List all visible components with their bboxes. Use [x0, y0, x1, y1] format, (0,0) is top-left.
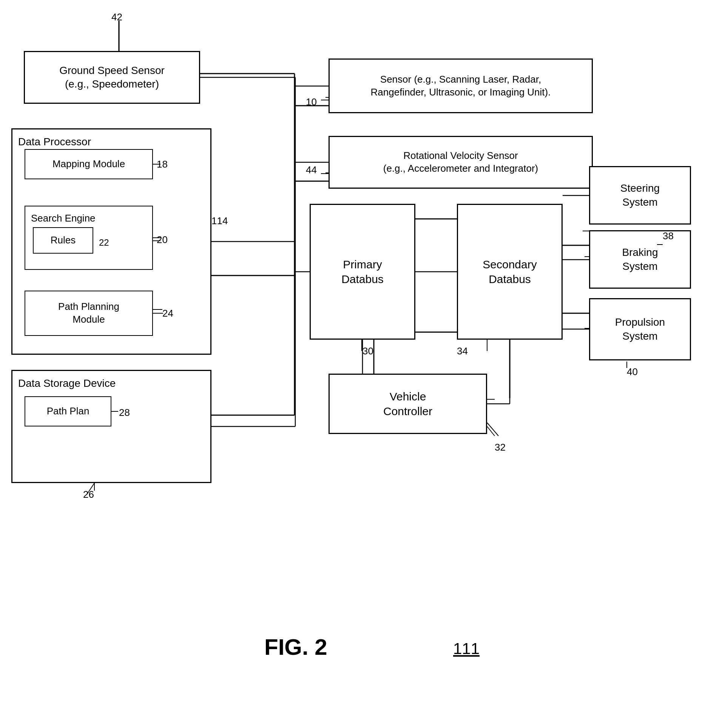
diagram: Ground Speed Sensor(e.g., Speedometer) 4…: [0, 0, 708, 728]
vehicle-controller-label: VehicleController: [383, 389, 432, 419]
fig-number: 111: [453, 640, 480, 658]
search-engine-label: Search Engine: [31, 212, 96, 225]
propulsion-system-box: PropulsionSystem: [589, 298, 691, 360]
sensor-label: Sensor (e.g., Scanning Laser, Radar,Rang…: [371, 73, 551, 99]
primary-databus-box: PrimaryDatabus: [310, 204, 415, 340]
ref-30: 30: [362, 345, 373, 357]
primary-databus-label: PrimaryDatabus: [341, 257, 384, 286]
ref-18: 18: [157, 159, 168, 170]
ref-34: 34: [457, 345, 468, 357]
data-storage-device-box: Data Storage Device: [11, 370, 211, 483]
rules-label: Rules: [51, 234, 76, 247]
secondary-databus-box: SecondaryDatabus: [457, 204, 563, 340]
mapping-module-box: Mapping Module: [25, 149, 153, 179]
ref-40: 40: [627, 366, 638, 378]
search-engine-box: Search Engine Rules 22: [25, 206, 153, 270]
path-planning-module-label: Path PlanningModule: [58, 300, 119, 326]
ref-22: 22: [99, 237, 109, 248]
path-plan-box: Path Plan: [25, 396, 111, 426]
propulsion-system-label: PropulsionSystem: [615, 316, 665, 343]
ref-42: 42: [111, 11, 122, 23]
vehicle-controller-box: VehicleController: [329, 374, 487, 434]
ref-114: 114: [211, 215, 228, 227]
svg-line-45: [487, 423, 498, 436]
path-planning-module-box: Path PlanningModule: [25, 291, 153, 336]
rotational-velocity-sensor-label: Rotational Velocity Sensor(e.g., Acceler…: [383, 149, 538, 175]
mapping-module-label: Mapping Module: [52, 158, 125, 171]
sensor-box: Sensor (e.g., Scanning Laser, Radar,Rang…: [329, 58, 593, 113]
ref-38: 38: [663, 230, 674, 242]
ref-10: 10: [306, 96, 317, 108]
ref-32: 32: [495, 442, 506, 453]
ref26-line: [0, 0, 38, 38]
ref-20: 20: [157, 234, 168, 246]
path-plan-label: Path Plan: [47, 405, 89, 418]
ground-speed-sensor-box: Ground Speed Sensor(e.g., Speedometer): [24, 51, 200, 104]
data-processor-label: Data Processor: [18, 135, 91, 149]
steering-system-label: SteeringSystem: [620, 182, 660, 209]
ref-44: 44: [306, 164, 317, 176]
svg-line-56: [487, 426, 495, 436]
steering-system-box: SteeringSystem: [589, 166, 691, 225]
braking-system-label: BrakingSystem: [622, 246, 658, 273]
data-storage-device-label: Data Storage Device: [18, 377, 116, 390]
secondary-databus-label: SecondaryDatabus: [483, 257, 537, 286]
rules-box: Rules: [33, 227, 93, 254]
ground-speed-sensor-label: Ground Speed Sensor(e.g., Speedometer): [59, 64, 165, 91]
ref-24: 24: [162, 308, 173, 319]
ref-26: 26: [83, 489, 94, 500]
rotational-velocity-sensor-box: Rotational Velocity Sensor(e.g., Acceler…: [329, 136, 593, 189]
braking-system-box: BrakingSystem: [589, 230, 691, 289]
ref-28: 28: [119, 407, 130, 419]
fig-caption: FIG. 2: [264, 634, 327, 660]
